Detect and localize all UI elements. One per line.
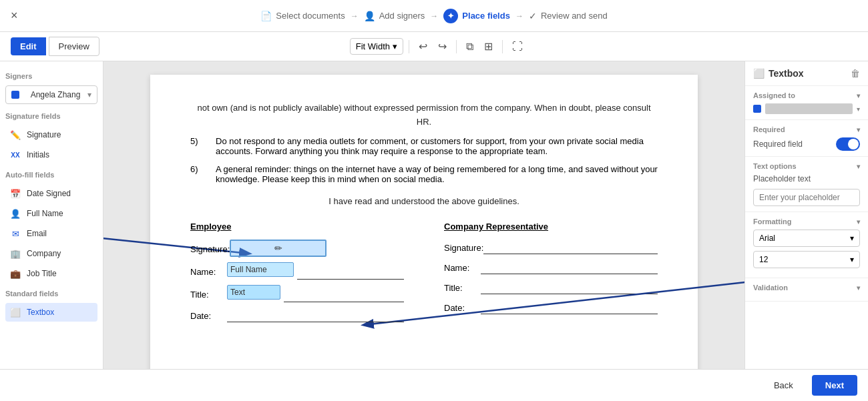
signer-name: Angela Zhang xyxy=(31,90,81,99)
font-size-select[interactable]: 12 ▾ xyxy=(753,251,860,268)
trash-icon[interactable]: 🗑 xyxy=(851,68,860,79)
fullscreen-button[interactable]: ⛶ xyxy=(508,38,527,55)
divider-1 xyxy=(409,40,409,53)
sidebar-item-company[interactable]: 🏢 Company xyxy=(5,244,97,263)
sidebar-item-date-signed[interactable]: 📅 Date Signed xyxy=(5,184,97,203)
panel-title: Textbox xyxy=(769,68,804,79)
sidebar-item-job-title-label: Job Title xyxy=(27,269,57,278)
step-select-documents: 📄 Select documents xyxy=(260,11,345,21)
font-family-value: Arial xyxy=(759,234,775,243)
signature-icon: ✏️ xyxy=(9,129,21,141)
text-field-overlay[interactable]: Text xyxy=(227,285,280,300)
text-options-chevron-icon: ▾ xyxy=(857,163,860,170)
full-name-field-overlay[interactable]: Full Name xyxy=(227,262,294,277)
bottom-bar: Back Next xyxy=(0,369,868,401)
step-add-signers-label: Add signers xyxy=(379,11,425,21)
company-icon: 🏢 xyxy=(9,248,21,260)
sidebar-item-job-title[interactable]: 💼 Job Title xyxy=(5,264,97,283)
redo-button[interactable]: ↪ xyxy=(434,37,451,55)
assigned-color-dot xyxy=(753,105,761,113)
formatting-chevron-icon: ▾ xyxy=(857,218,860,226)
fit-width-select[interactable]: Fit Width ▾ xyxy=(350,38,403,55)
sig-label-1: Signature: xyxy=(190,244,230,254)
standard-fields-title: Standard fields xyxy=(5,290,97,298)
autofill-fields-title: Auto-fill fields xyxy=(5,171,97,179)
place-fields-icon: ✦ xyxy=(443,9,458,23)
assigned-name-bar xyxy=(765,103,853,114)
back-button[interactable]: Back xyxy=(763,375,804,396)
list-num-6: 6) xyxy=(190,164,210,184)
company-name-row: Name: xyxy=(444,261,658,274)
text-field-value: Text xyxy=(230,288,245,297)
undo-button[interactable]: ↩ xyxy=(415,37,431,55)
grid-button[interactable]: ⊞ xyxy=(480,37,497,55)
formatting-label: Formatting xyxy=(753,218,791,226)
sidebar-item-initials[interactable]: XX Initials xyxy=(5,145,97,164)
signer-block-angela[interactable]: Angela Zhang ▾ xyxy=(5,85,97,104)
signer-color-dot xyxy=(11,91,19,99)
name-label-1: Name: xyxy=(190,267,227,277)
name-label-2: Name: xyxy=(444,263,481,273)
sidebar-item-date-signed-label: Date Signed xyxy=(27,189,71,198)
title-line-2 xyxy=(481,281,658,294)
employee-column: Employee Signature: ✏ Name: xyxy=(190,222,404,329)
validation-label: Validation xyxy=(753,284,788,292)
copy-button[interactable]: ⧉ xyxy=(462,38,477,55)
sidebar-item-email[interactable]: ✉ Email xyxy=(5,224,97,243)
email-icon: ✉ xyxy=(9,228,21,240)
divider-2 xyxy=(456,40,457,53)
required-field-label: Required field xyxy=(753,139,803,149)
text-options-label: Text options xyxy=(753,162,797,170)
employee-title: Employee xyxy=(190,222,404,232)
font-size-value: 12 xyxy=(759,255,768,264)
next-button[interactable]: Next xyxy=(812,375,857,396)
placeholder-text-input[interactable] xyxy=(753,189,860,206)
sidebar-item-full-name-label: Full Name xyxy=(27,209,63,218)
text-options-section: Text options ▾ Placeholder text xyxy=(745,157,868,212)
sidebar-item-textbox[interactable]: ⬜ Textbox xyxy=(5,303,97,322)
arrow-icon-2: → xyxy=(430,11,438,21)
edit-button[interactable]: Edit xyxy=(11,37,46,55)
signature-field-overlay[interactable]: ✏ xyxy=(230,240,327,257)
toggle-knob xyxy=(848,139,859,149)
preview-button[interactable]: Preview xyxy=(49,37,99,56)
main-content: Signers Angela Zhang ▾ Signature fields … xyxy=(0,61,868,369)
textbox-panel-icon: ⬜ xyxy=(753,68,765,79)
full-name-field-text: Full Name xyxy=(230,265,267,274)
panel-title-row: ⬜ Textbox xyxy=(753,68,804,79)
sidebar-item-initials-label: Initials xyxy=(27,150,49,159)
sig-line-2 xyxy=(483,241,658,254)
doc-paragraph-top: not own (and is not publicly available) … xyxy=(190,101,658,129)
company-rep-column: Company Representative Signature: Name: … xyxy=(444,222,658,329)
sidebar-item-email-label: Email xyxy=(27,229,47,238)
placeholder-text-label: Placeholder text xyxy=(753,174,860,183)
sidebar: Signers Angela Zhang ▾ Signature fields … xyxy=(0,61,103,369)
signature-section: Employee Signature: ✏ Name: xyxy=(190,222,658,329)
initials-icon: XX xyxy=(9,149,21,161)
font-size-chevron-icon: ▾ xyxy=(850,255,854,264)
validation-section: Validation ▾ xyxy=(745,278,868,302)
person-icon: 👤 xyxy=(364,11,375,21)
font-family-select[interactable]: Arial ▾ xyxy=(753,230,860,247)
font-chevron-icon: ▾ xyxy=(850,234,854,243)
required-toggle[interactable] xyxy=(836,137,860,151)
sidebar-item-signature[interactable]: ✏️ Signature xyxy=(5,125,97,144)
required-label: Required xyxy=(753,125,785,133)
step-place-fields: ✦ Place fields xyxy=(443,9,510,23)
textbox-icon: ⬜ xyxy=(9,306,21,318)
pencil-icon: ✏ xyxy=(274,243,282,254)
sidebar-item-full-name[interactable]: 👤 Full Name xyxy=(5,204,97,223)
toolbar: Edit Preview Fit Width ▾ ↩ ↪ ⧉ ⊞ ⛶ xyxy=(0,32,868,61)
employee-signature-row: Signature: ✏ xyxy=(190,241,404,257)
doc-list-item-6: 6) A general reminder: things on the int… xyxy=(190,164,658,184)
document-area: not own (and is not publicly available) … xyxy=(103,61,744,369)
company-sig-row: Signature: xyxy=(444,241,658,254)
divider-3 xyxy=(502,40,503,53)
assigned-row[interactable]: ▾ xyxy=(753,103,860,114)
wizard-steps: 📄 Select documents → 👤 Add signers → ✦ P… xyxy=(260,9,607,23)
step-select-documents-label: Select documents xyxy=(276,11,345,21)
name-line-2 xyxy=(481,261,658,274)
close-icon[interactable]: × xyxy=(11,9,18,23)
title-label-1: Title: xyxy=(190,290,227,300)
required-section: Required ▾ Required field xyxy=(745,120,868,157)
